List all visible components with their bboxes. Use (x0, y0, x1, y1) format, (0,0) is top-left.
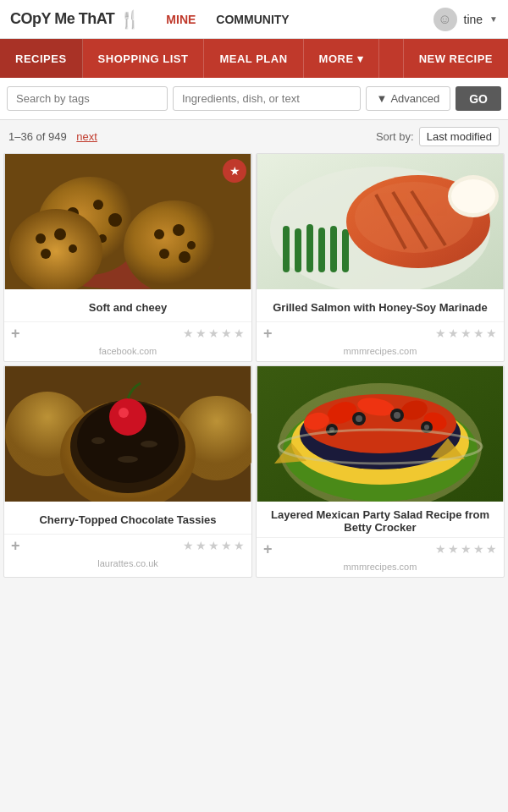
recipe-source-r4: mmmrecipes.com (257, 560, 504, 577)
stars-r3[interactable]: ★ ★ ★ ★ ★ (183, 539, 245, 552)
svg-point-41 (109, 398, 146, 436)
recipe-title-r2: Grilled Salmon with Honey-Soy Marinade (257, 289, 504, 321)
avatar-icon: ☺ (438, 12, 451, 27)
stars-r4[interactable]: ★ ★ ★ ★ ★ (435, 542, 497, 556)
top-nav: MINE COMMUNITY (166, 13, 289, 26)
svg-point-17 (187, 241, 196, 250)
search-text-input[interactable] (173, 86, 361, 111)
svg-point-18 (159, 249, 169, 259)
svg-rect-25 (318, 228, 325, 272)
nav-community[interactable]: COMMUNITY (216, 13, 289, 26)
subnav-shopping-list[interactable]: SHOPPING LIST (83, 39, 205, 78)
logo-fork-icon: 🍴 (119, 9, 141, 30)
nav-mine[interactable]: MINE (166, 13, 196, 26)
svg-rect-24 (306, 224, 313, 272)
svg-point-34 (451, 179, 495, 213)
go-button[interactable]: GO (456, 86, 501, 111)
svg-rect-26 (330, 226, 337, 272)
star-badge-r1: ★ (223, 159, 246, 183)
recipe-card-r2[interactable]: Grilled Salmon with Honey-Soy Marinade +… (256, 153, 505, 362)
recipe-card-r3[interactable]: Cherry-Topped Chocolate Tassies + ★ ★ ★ … (3, 365, 252, 578)
add-button-r1[interactable]: + (11, 326, 20, 341)
recipe-card-r1[interactable]: ★ Soft and cheey + ★ ★ ★ ★ ★ facebook.co… (3, 153, 252, 362)
sort-area: Sort by: Last modified (376, 127, 500, 146)
subnav-new-recipe[interactable]: NEW RECIPE (403, 39, 508, 78)
svg-point-16 (173, 224, 185, 236)
recipe-image-r3 (4, 366, 251, 502)
advanced-button[interactable]: ▼ Advanced (366, 86, 451, 111)
stars-r1[interactable]: ★ ★ ★ ★ ★ (183, 326, 245, 340)
recipe-image-r4 (257, 366, 504, 502)
subnav-recipes[interactable]: RECIPES (0, 39, 83, 78)
results-bar: 1–36 of 949 next Sort by: Last modified (0, 120, 508, 153)
svg-point-44 (141, 441, 157, 447)
svg-point-45 (118, 456, 138, 463)
svg-rect-23 (295, 228, 301, 272)
svg-rect-22 (283, 226, 290, 272)
svg-point-42 (119, 408, 129, 418)
recipe-card-r4[interactable]: Layered Mexican Party Salad Recipe from … (256, 365, 505, 578)
stars-r2[interactable]: ★ ★ ★ ★ ★ (435, 326, 497, 340)
svg-point-12 (69, 244, 77, 253)
svg-point-5 (108, 213, 122, 227)
salmon-image (257, 154, 504, 289)
recipe-title-r4: Layered Mexican Party Salad Recipe from … (257, 502, 504, 537)
recipe-actions-r1: + ★ ★ ★ ★ ★ (4, 321, 251, 344)
subnav: RECIPES SHOPPING LIST MEAL PLAN MORE ▾ N… (0, 39, 508, 78)
add-button-r4[interactable]: + (263, 541, 273, 557)
next-link[interactable]: next (76, 130, 97, 143)
svg-point-11 (54, 228, 66, 240)
search-bar: ▼ Advanced GO (0, 78, 508, 120)
add-button-r2[interactable]: + (263, 326, 273, 341)
recipe-actions-r4: + ★ ★ ★ ★ ★ (257, 537, 504, 560)
user-dropdown-arrow[interactable]: ▼ (489, 14, 498, 24)
svg-point-10 (36, 233, 46, 244)
recipe-source-r3: laurattes.co.uk (4, 557, 251, 573)
svg-point-15 (154, 229, 164, 239)
more-dropdown-icon: ▾ (357, 52, 364, 65)
svg-point-13 (41, 249, 51, 259)
results-info: 1–36 of 949 next (8, 130, 376, 143)
sort-label: Sort by: (376, 130, 414, 143)
search-tags-input[interactable] (7, 86, 168, 111)
svg-point-19 (179, 251, 190, 263)
svg-point-14 (124, 200, 225, 289)
tassies-image (4, 366, 251, 502)
recipe-source-r2: mmmrecipes.com (257, 344, 504, 361)
svg-point-58 (356, 415, 362, 422)
svg-point-4 (93, 200, 103, 210)
advanced-label: Advanced (390, 92, 439, 105)
recipe-image-r1: ★ (4, 154, 251, 289)
recipe-title-r1: Soft and cheey (4, 289, 251, 321)
cookies-image (4, 154, 251, 289)
svg-rect-27 (342, 229, 349, 272)
recipe-image-r2 (257, 154, 504, 289)
recipe-actions-r2: + ★ ★ ★ ★ ★ (257, 321, 504, 344)
avatar: ☺ (433, 8, 457, 31)
header: COpY Me ThAT 🍴 MINE COMMUNITY ☺ tine ▼ (0, 0, 508, 39)
logo-text: COpY Me ThAT (10, 10, 114, 28)
salad-image (257, 366, 504, 502)
subnav-meal-plan[interactable]: MEAL PLAN (204, 39, 303, 78)
subnav-more[interactable]: MORE ▾ (304, 39, 380, 78)
recipe-actions-r3: + ★ ★ ★ ★ ★ (4, 534, 251, 557)
svg-point-43 (91, 437, 105, 444)
logo[interactable]: COpY Me ThAT 🍴 (10, 9, 141, 30)
add-button-r3[interactable]: + (11, 538, 20, 553)
recipe-source-r1: facebook.com (4, 344, 251, 361)
sort-value[interactable]: Last modified (419, 127, 500, 146)
recipe-title-r3: Cherry-Topped Chocolate Tassies (4, 502, 251, 534)
svg-point-60 (394, 412, 400, 419)
recipe-grid: ★ Soft and cheey + ★ ★ ★ ★ ★ facebook.co… (0, 153, 508, 581)
user-area: ☺ tine ▼ (433, 8, 498, 31)
results-range: 1–36 of 949 (8, 130, 67, 143)
svg-point-62 (424, 425, 429, 430)
user-name: tine (464, 13, 483, 26)
filter-icon: ▼ (377, 92, 388, 105)
